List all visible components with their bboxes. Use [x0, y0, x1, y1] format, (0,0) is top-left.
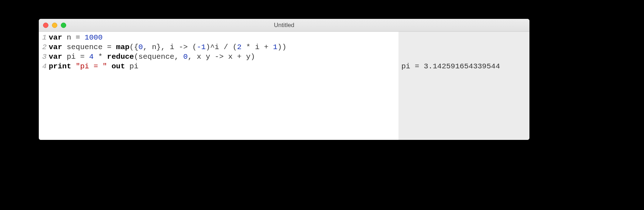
titlebar[interactable]: Untitled	[39, 19, 529, 32]
content-area: 1 var n = 1000 2 var sequence = map({0, …	[39, 32, 529, 140]
traffic-lights	[43, 22, 66, 28]
code-line: 3 var pi = 4 * reduce(sequence, 0, x y -…	[39, 52, 398, 62]
code-text[interactable]: var n = 1000	[49, 33, 102, 42]
line-number: 1	[39, 33, 49, 42]
minimize-icon[interactable]	[52, 22, 57, 28]
code-editor[interactable]: 1 var n = 1000 2 var sequence = map({0, …	[39, 32, 398, 140]
close-icon[interactable]	[43, 22, 48, 28]
line-number: 3	[39, 52, 49, 62]
output-panel: pi = 3.142591654339544	[398, 32, 529, 140]
line-number: 2	[39, 42, 49, 52]
code-line: 2 var sequence = map({0, n}, i -> (-1)^i…	[39, 42, 398, 52]
output-line	[401, 52, 529, 62]
code-text[interactable]: print "pi = " out pi	[49, 62, 138, 71]
window-title: Untitled	[274, 22, 295, 29]
app-window: Untitled 1 var n = 1000 2 var sequence =…	[39, 19, 529, 140]
code-text[interactable]: var sequence = map({0, n}, i -> (-1)^i /…	[49, 42, 286, 52]
code-line: 4 print "pi = " out pi	[39, 62, 398, 71]
zoom-icon[interactable]	[61, 22, 66, 28]
line-number: 4	[39, 62, 49, 71]
output-line	[401, 42, 529, 52]
code-text[interactable]: var pi = 4 * reduce(sequence, 0, x y -> …	[49, 52, 255, 62]
output-line: pi = 3.142591654339544	[401, 62, 529, 71]
output-line	[401, 33, 529, 42]
code-line: 1 var n = 1000	[39, 33, 398, 42]
